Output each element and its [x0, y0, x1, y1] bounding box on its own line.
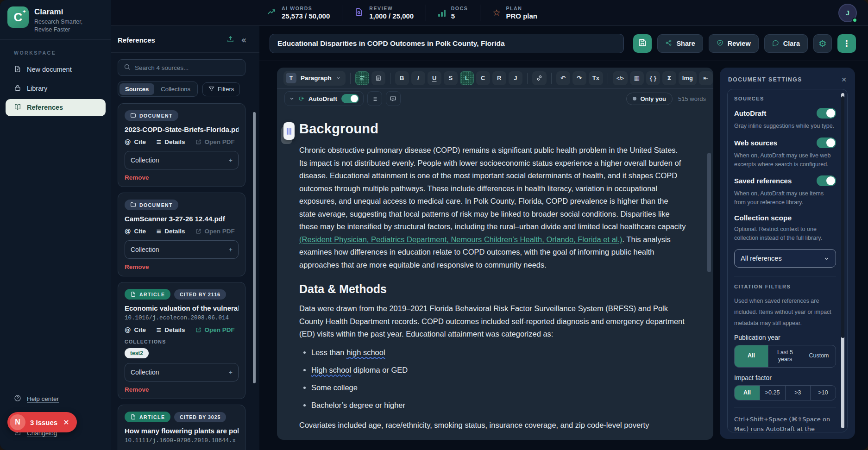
heading-background[interactable]: Background — [299, 121, 686, 137]
filters-button[interactable]: Filters — [202, 82, 240, 96]
document-title-input[interactable] — [270, 34, 624, 53]
save-button[interactable] — [633, 34, 652, 53]
help-center-link[interactable]: Help center — [0, 390, 111, 407]
close-icon[interactable]: ✕ — [841, 76, 847, 83]
impact-option-all[interactable]: All — [735, 386, 760, 400]
settings-gear-button[interactable]: ⚙ — [813, 34, 832, 53]
year-option-last5[interactable]: Last 5 years — [768, 345, 802, 367]
align-left-button[interactable] — [355, 71, 369, 85]
details-button[interactable]: ≡Details — [156, 227, 185, 235]
upload-icon[interactable] — [226, 35, 234, 45]
open-pdf-button[interactable]: Open PDF — [195, 138, 235, 145]
more-options-button[interactable]: ⋮ — [837, 34, 856, 53]
collection-scope-select[interactable]: All references — [734, 249, 836, 268]
align-center-button[interactable]: C — [476, 71, 490, 85]
tab-sources[interactable]: Sources — [120, 83, 154, 95]
collection-select[interactable]: Collection+ — [125, 240, 239, 259]
clear-formatting-button[interactable]: Tx — [589, 71, 603, 85]
document-badge: DOCUMENT — [125, 200, 178, 210]
undo-button[interactable]: ↶ — [556, 71, 570, 85]
strikethrough-button[interactable]: S — [444, 71, 458, 85]
italic-button[interactable]: I — [411, 71, 425, 85]
citation-link[interactable]: (Resident Physician, Pediatrics Departme… — [299, 235, 623, 244]
heading-data-methods[interactable]: Data & Methods — [299, 282, 686, 296]
save-icon — [638, 38, 647, 48]
align-right-button[interactable]: R — [492, 71, 506, 85]
cite-button[interactable]: @Cite — [125, 326, 146, 333]
link-button[interactable] — [532, 71, 547, 85]
sidebar-item-library[interactable]: Library — [6, 80, 106, 97]
year-option-all[interactable]: All — [735, 345, 768, 367]
collection-select[interactable]: Collection+ — [125, 151, 239, 169]
share-button[interactable]: Share — [657, 34, 703, 53]
comment-button[interactable] — [386, 91, 401, 106]
paragraph-covariates[interactable]: Covariates included age, race/ethnicity,… — [299, 419, 686, 432]
cite-button[interactable]: @Cite — [125, 138, 146, 145]
close-icon[interactable]: ✕ — [63, 418, 69, 427]
code-block-button[interactable]: { } — [646, 71, 660, 85]
sidebar-item-new-document[interactable]: New document — [6, 61, 106, 78]
search-input[interactable] — [135, 64, 239, 71]
sidebar-item-references[interactable]: References — [6, 99, 106, 116]
cite-button[interactable]: @Cite — [125, 227, 146, 235]
table-button[interactable]: ▦ — [630, 71, 644, 85]
underline-button[interactable]: U — [428, 71, 441, 85]
clara-label: Clara — [783, 40, 800, 47]
settings-scrollbar[interactable] — [841, 93, 844, 428]
open-pdf-button[interactable]: Open PDF — [195, 326, 235, 333]
share-icon — [665, 39, 672, 48]
source-card: DOCUMENT CamScanner 3-27-26 12.44.pdf @C… — [118, 193, 245, 276]
paragraph-methods[interactable]: Data were drawn from the 2019–2021 Flori… — [299, 302, 686, 341]
list-item[interactable]: Bachelor’s degree or higher — [311, 399, 686, 412]
code-button[interactable]: </> — [613, 71, 628, 85]
impact-factor-segments: All >0.25 >3 >10 — [734, 385, 836, 401]
editor-scrollbar[interactable] — [707, 153, 711, 272]
chat-icon — [772, 39, 779, 48]
collection-chip[interactable]: test2 — [125, 348, 149, 358]
education-bullet-list[interactable]: Less than high school High school diplom… — [311, 346, 686, 412]
align-justify-button[interactable]: J — [509, 71, 522, 85]
bold-button[interactable]: B — [395, 71, 409, 85]
paragraph-background[interactable]: Chronic obstructive pulmonary disease (C… — [299, 144, 686, 271]
autodraft-setting: AutoDraft — [734, 108, 836, 119]
align-left-letter-button[interactable]: L — [460, 71, 474, 85]
references-search[interactable] — [118, 59, 245, 76]
autodraft-toggle[interactable] — [341, 94, 359, 103]
remove-button[interactable]: Remove — [125, 386, 239, 393]
open-pdf-button[interactable]: Open PDF — [195, 228, 235, 235]
image-button[interactable]: Img — [679, 71, 697, 85]
references-scrollbar[interactable] — [253, 112, 256, 383]
outline-list-button[interactable] — [367, 91, 382, 106]
remove-button[interactable]: Remove — [125, 174, 239, 181]
impact-option-3[interactable]: >3 — [785, 386, 811, 400]
impact-option-10[interactable]: >10 — [810, 386, 836, 400]
clara-button[interactable]: Clara — [764, 34, 808, 53]
saved-references-toggle[interactable] — [817, 175, 836, 186]
web-sources-toggle[interactable] — [817, 138, 836, 148]
visibility-pill[interactable]: Only you — [626, 93, 673, 105]
details-button[interactable]: ≡Details — [156, 326, 185, 333]
tab-collections[interactable]: Collections — [155, 83, 196, 95]
remove-button[interactable]: Remove — [125, 263, 239, 270]
review-button[interactable]: Review — [709, 34, 759, 53]
block-type-dropdown[interactable]: T Paragraph — [283, 71, 346, 86]
issues-badge[interactable]: N 3 Issues ✕ — [7, 412, 77, 432]
collapse-panel-icon[interactable]: « — [241, 36, 246, 44]
list-item[interactable]: Less than high school — [311, 346, 686, 359]
redo-button[interactable]: ↷ — [572, 71, 586, 85]
list-item[interactable]: High school diploma or GED — [311, 364, 686, 376]
math-button[interactable]: Σ — [662, 71, 676, 85]
details-button[interactable]: ≡Details — [156, 138, 185, 145]
sidebar: C Clarami Research Smarter, Revise Faste… — [0, 0, 111, 450]
impact-option-025[interactable]: >0.25 — [760, 386, 785, 400]
outdent-button[interactable]: ⇤ — [699, 71, 713, 85]
year-option-custom[interactable]: Custom — [802, 345, 836, 367]
autodraft-setting-toggle[interactable] — [817, 108, 836, 119]
autodraft-control[interactable]: ⟳ AutoDraft — [284, 91, 364, 106]
justify-text-button[interactable] — [371, 71, 385, 85]
clarami-logo: C — [7, 6, 29, 28]
block-drag-handle[interactable] — [283, 122, 295, 140]
collection-select[interactable]: Collection+ — [125, 363, 239, 381]
document-canvas[interactable]: Background Chronic obstructive pulmonary… — [277, 108, 713, 440]
list-item[interactable]: Some college — [311, 381, 686, 394]
